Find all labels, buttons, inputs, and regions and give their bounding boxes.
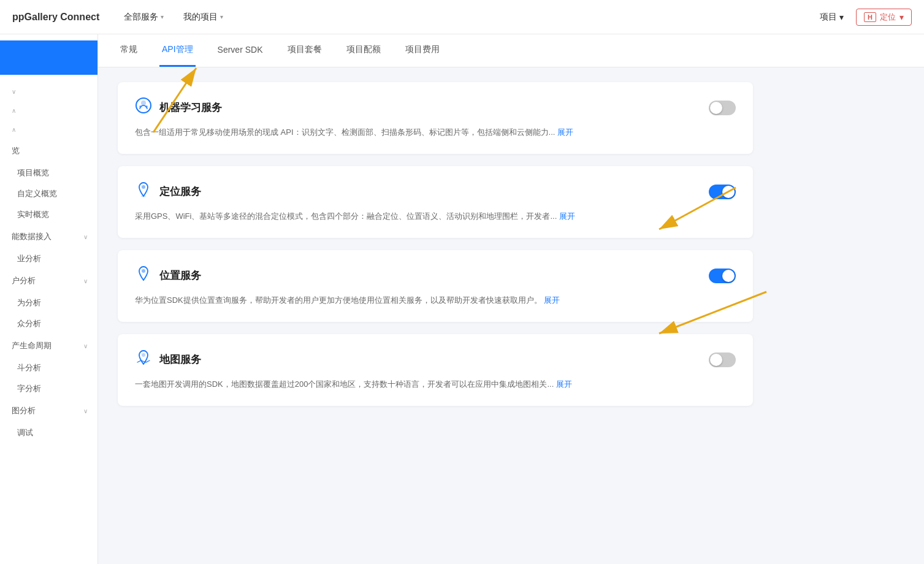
- sidebar-chevron-2: ∧: [12, 107, 16, 114]
- sidebar-item-data-import[interactable]: 能数据接入 ∨: [0, 225, 97, 248]
- sidebar-item-realtime-overview[interactable]: 实时概览: [0, 204, 97, 225]
- app-logo: ppGallery Connect: [12, 12, 99, 23]
- location-service-title: 定位服务: [159, 185, 201, 199]
- project-chevron-icon: ▾: [839, 12, 844, 22]
- sidebar-debug-label: 调试: [17, 428, 33, 437]
- map-service-icon: [135, 349, 152, 370]
- main-layout: ∨ ∧ ∧ 览 项目概览 自定义概览 实时概览 能数据接入 ∨ 业分析 户分析 …: [0, 34, 924, 564]
- sidebar-behavior-label: 为分析: [17, 298, 41, 307]
- sidebar-item-user-analysis[interactable]: 户分析 ∨: [0, 269, 97, 292]
- service-header-ml: 机器学习服务: [135, 97, 736, 118]
- sidebar-business-label: 业分析: [17, 254, 41, 263]
- sidebar-map-chevron: ∨: [83, 408, 88, 414]
- ml-expand-link[interactable]: 展开: [557, 128, 573, 137]
- all-services-label: 全部服务: [124, 12, 158, 23]
- sidebar-character-label: 字分析: [17, 384, 41, 393]
- location-expand-link[interactable]: 展开: [559, 212, 575, 221]
- sidebar-item-overview[interactable]: 览: [0, 139, 97, 162]
- sidebar-user-analysis-chevron: ∨: [83, 278, 88, 284]
- sidebar-item-character-analysis[interactable]: 字分析: [0, 378, 97, 399]
- sidebar-item-behavior[interactable]: 为分析: [0, 292, 97, 313]
- map-toggle-thumb: [710, 354, 722, 366]
- sidebar-item-business-analysis[interactable]: 业分析: [0, 248, 97, 269]
- sidebar-lifecycle-label: 产生命周期: [12, 340, 52, 351]
- tab-server-sdk[interactable]: Server SDK: [215, 35, 265, 66]
- service-card-map: 地图服务 一套地图开发调用的SDK，地图数据覆盖超过200个国家和地区，支持数十…: [118, 334, 753, 406]
- location-label: 定位: [880, 12, 896, 23]
- position-service-title: 位置服务: [159, 269, 201, 283]
- sidebar-fight-label: 斗分析: [17, 363, 41, 372]
- location-button[interactable]: H 定位 ▾: [856, 9, 912, 26]
- tab-project-package[interactable]: 项目套餐: [285, 34, 324, 67]
- svg-point-7: [142, 353, 145, 357]
- top-navigation: ppGallery Connect 全部服务 ▾ 我的项目 ▾ 项目 ▾ H 定…: [0, 0, 924, 34]
- sidebar-item-crowd[interactable]: 众分析: [0, 313, 97, 334]
- svg-point-4: [142, 185, 145, 189]
- position-service-desc: 华为位置SDK提供位置查询服务，帮助开发者的用户更加方便地使用位置相关服务，以及…: [135, 294, 736, 307]
- service-title-row-position: 位置服务: [135, 265, 201, 286]
- svg-point-5: [141, 196, 146, 197]
- tab-project-quota[interactable]: 项目配额: [344, 34, 383, 67]
- all-services-chevron: ▾: [161, 13, 164, 20]
- all-services-nav[interactable]: 全部服务 ▾: [124, 12, 164, 23]
- location-toggle-thumb: [722, 186, 735, 198]
- my-projects-chevron: ▾: [220, 13, 223, 20]
- sidebar-item-3[interactable]: ∧: [0, 120, 97, 139]
- sidebar-item-custom-overview[interactable]: 自定义概览: [0, 183, 97, 204]
- position-toggle[interactable]: [709, 269, 736, 283]
- map-service-title: 地图服务: [159, 352, 201, 367]
- sidebar-overview-label: 览: [12, 145, 20, 156]
- sidebar: ∨ ∧ ∧ 览 项目概览 自定义概览 实时概览 能数据接入 ∨ 业分析 户分析 …: [0, 34, 98, 564]
- ml-service-title: 机器学习服务: [159, 101, 222, 115]
- service-card-position: 位置服务 华为位置SDK提供位置查询服务，帮助开发者的用户更加方便地使用位置相关…: [118, 250, 753, 322]
- tab-general[interactable]: 常规: [118, 34, 140, 67]
- location-service-icon: [135, 181, 152, 202]
- service-header-map: 地图服务: [135, 349, 736, 370]
- sidebar-map-label: 图分析: [12, 405, 36, 416]
- sidebar-item-fight-analysis[interactable]: 斗分析: [0, 357, 97, 378]
- ml-toggle[interactable]: [709, 101, 736, 115]
- project-label: 项目: [820, 12, 837, 23]
- service-card-location: 定位服务 采用GPS、WiFi、基站等多途径的混合定位模式，包含四个部分：融合定…: [118, 166, 753, 238]
- my-projects-label: 我的项目: [183, 12, 218, 23]
- position-expand-link[interactable]: 展开: [544, 295, 560, 305]
- sidebar-item-1[interactable]: ∨: [0, 82, 97, 101]
- svg-point-1: [141, 101, 146, 105]
- sidebar-custom-overview-label: 自定义概览: [17, 189, 57, 198]
- location-badge: H: [864, 12, 876, 22]
- sidebar-user-analysis-label: 户分析: [12, 275, 36, 286]
- content-area: 机器学习服务 包含一组适用于常见移动使用场景的现成 API：识别文字、检测面部、…: [98, 67, 773, 433]
- ml-service-desc: 包含一组适用于常见移动使用场景的现成 API：识别文字、检测面部、扫描条形码、标…: [135, 126, 736, 139]
- sidebar-item-project-overview[interactable]: 项目概览: [0, 162, 97, 183]
- sidebar-chevron-1: ∨: [12, 88, 16, 95]
- position-toggle-thumb: [722, 270, 735, 282]
- sidebar-data-import-label: 能数据接入: [12, 231, 52, 242]
- ml-toggle-thumb: [710, 102, 722, 114]
- my-projects-nav[interactable]: 我的项目 ▾: [183, 12, 223, 23]
- location-toggle[interactable]: [709, 185, 736, 199]
- sidebar-item-2[interactable]: ∧: [0, 101, 97, 120]
- service-header-location: 定位服务: [135, 181, 736, 202]
- svg-point-2: [139, 105, 142, 108]
- map-service-desc: 一套地图开发调用的SDK，地图数据覆盖超过200个国家和地区，支持数十种语言，开…: [135, 378, 736, 391]
- project-button[interactable]: 项目 ▾: [820, 12, 844, 23]
- sidebar-realtime-overview-label: 实时概览: [17, 210, 49, 219]
- sidebar-item-map-analysis[interactable]: 图分析 ∨: [0, 399, 97, 422]
- tab-project-cost[interactable]: 项目费用: [403, 34, 442, 67]
- service-title-row-ml: 机器学习服务: [135, 97, 222, 118]
- sidebar-item-debug[interactable]: 调试: [0, 422, 97, 443]
- service-card-ml: 机器学习服务 包含一组适用于常见移动使用场景的现成 API：识别文字、检测面部、…: [118, 82, 753, 154]
- tab-api-management[interactable]: API管理: [159, 34, 196, 67]
- map-expand-link[interactable]: 展开: [556, 379, 572, 389]
- location-service-desc: 采用GPS、WiFi、基站等多途径的混合定位模式，包含四个部分：融合定位、位置语…: [135, 210, 736, 223]
- service-title-row-location: 定位服务: [135, 181, 201, 202]
- sidebar-data-import-chevron: ∨: [83, 234, 88, 240]
- map-toggle[interactable]: [709, 352, 736, 367]
- sidebar-top-blue-block: [0, 40, 97, 75]
- service-header-position: 位置服务: [135, 265, 736, 286]
- svg-point-6: [142, 269, 145, 273]
- sidebar-project-overview-label: 项目概览: [17, 168, 49, 177]
- sidebar-item-lifecycle[interactable]: 产生命周期 ∨: [0, 334, 97, 357]
- sidebar-lifecycle-chevron: ∨: [83, 343, 88, 349]
- right-actions: 项目 ▾ H 定位 ▾: [820, 9, 912, 26]
